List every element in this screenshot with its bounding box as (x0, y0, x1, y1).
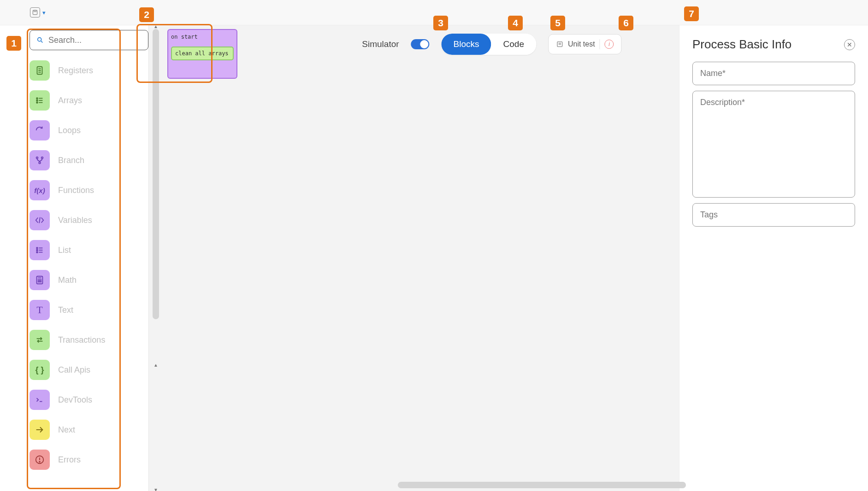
sidebar-item-transactions[interactable]: Transactions (30, 328, 148, 352)
svg-point-2 (38, 38, 41, 41)
callout-4: 4 (508, 16, 523, 30)
tab-blocks[interactable]: Blocks (442, 34, 491, 55)
tags-input[interactable] (700, 210, 847, 220)
simulator-label: Simulator (362, 39, 399, 49)
file-icon (30, 60, 50, 81)
view-mode-segmented: Blocks Code (442, 34, 536, 55)
divider (600, 39, 600, 49)
sidebar-item-label: Functions (58, 186, 94, 195)
sidebar-item-functions[interactable]: f(x) Functions (30, 178, 148, 202)
scroll-thumb[interactable] (398, 482, 686, 488)
save-icon[interactable] (30, 7, 40, 18)
tags-field-wrapper[interactable] (692, 203, 855, 227)
vertical-scrollbar[interactable]: ▲ ▲ ▼ (153, 25, 159, 491)
close-icon[interactable]: ✕ (844, 39, 855, 50)
unit-test-button[interactable]: Unit test i (548, 34, 622, 54)
sidebar-item-loops[interactable]: Loops (30, 118, 148, 142)
swap-icon (30, 330, 50, 350)
fx-icon: f(x) (30, 180, 50, 200)
sidebar-item-label: Transactions (58, 335, 105, 345)
callout-6: 6 (619, 16, 633, 30)
svg-point-18 (36, 247, 38, 249)
svg-line-17 (39, 217, 40, 223)
canvas[interactable]: ▲ ▲ ▼ on start clean all arrays Simulato… (148, 25, 679, 491)
sidebar-item-math[interactable]: Math (30, 268, 148, 292)
refresh-icon (30, 120, 50, 140)
sidebar-item-label: DevTools (58, 395, 92, 405)
code-icon (30, 210, 50, 230)
list-icon (30, 90, 50, 111)
sidebar-item-label: Errors (58, 455, 81, 465)
sidebar-item-label: Loops (58, 126, 81, 135)
sidebar-item-branch[interactable]: Branch (30, 148, 148, 172)
description-field-wrapper[interactable] (692, 91, 855, 198)
sidebar-item-label: Next (58, 425, 75, 435)
terminal-icon (30, 390, 50, 410)
branch-icon (30, 150, 50, 170)
svg-point-12 (36, 102, 38, 103)
info-icon[interactable]: i (605, 40, 614, 49)
svg-point-26 (38, 280, 39, 280)
block-outer-label: on start (171, 34, 234, 40)
text-icon: T (30, 300, 50, 320)
name-field-wrapper[interactable] (692, 62, 855, 85)
sidebar-item-registers[interactable]: Registers (30, 58, 148, 82)
callout-2: 2 (139, 7, 154, 22)
category-sidebar: Registers Arrays Loops Branch f(x) Funct… (28, 25, 148, 491)
name-input[interactable] (700, 69, 847, 78)
arrow-right-icon (30, 420, 50, 440)
horizontal-scrollbar[interactable] (149, 482, 679, 488)
sidebar-item-arrays[interactable]: Arrays (30, 88, 148, 112)
svg-point-20 (36, 250, 38, 251)
code-block-on-start[interactable]: on start clean all arrays (167, 29, 237, 79)
sidebar-item-call-apis[interactable]: { } Call Apis (30, 358, 148, 382)
search-input[interactable] (48, 35, 142, 45)
svg-point-10 (36, 100, 38, 101)
svg-point-30 (39, 281, 40, 282)
sidebar-item-label: Registers (58, 66, 93, 76)
svg-point-14 (36, 157, 38, 159)
process-info-panel: Process Basic Info ✕ (679, 25, 868, 491)
search-icon (36, 36, 44, 44)
sidebar-item-text[interactable]: T Text (30, 298, 148, 322)
sidebar-item-next[interactable]: Next (30, 418, 148, 442)
block-inner-label[interactable]: clean all arrays (171, 47, 234, 60)
checklist-icon (556, 41, 563, 48)
panel-title: Process Basic Info (692, 37, 791, 52)
svg-point-31 (41, 281, 41, 282)
search-input-wrapper[interactable] (30, 30, 148, 50)
callout-3: 3 (433, 16, 448, 30)
svg-point-22 (36, 251, 38, 253)
svg-point-28 (41, 280, 41, 280)
sidebar-item-variables[interactable]: Variables (30, 208, 148, 232)
description-input[interactable] (700, 98, 847, 117)
svg-point-38 (39, 462, 40, 462)
tab-code[interactable]: Code (491, 34, 536, 55)
sidebar-item-list[interactable]: List (30, 238, 148, 262)
simulator-toggle[interactable] (411, 39, 430, 49)
svg-line-3 (41, 41, 42, 42)
chevron-down-icon[interactable]: ▾ (42, 9, 46, 16)
sidebar-item-label: Branch (58, 156, 84, 165)
svg-point-16 (39, 162, 41, 164)
braces-icon: { } (30, 360, 50, 380)
unit-test-label: Unit test (568, 40, 595, 48)
callout-7: 7 (684, 6, 699, 21)
svg-point-29 (38, 281, 39, 282)
scroll-up-icon[interactable]: ▲ (154, 362, 158, 368)
sidebar-item-label: Arrays (58, 96, 82, 105)
svg-rect-1 (34, 10, 36, 12)
sidebar-item-errors[interactable]: Errors (30, 448, 148, 472)
callout-1: 1 (6, 36, 21, 51)
sidebar-item-label: Variables (58, 216, 92, 225)
calculator-icon (30, 270, 50, 290)
svg-point-15 (41, 157, 43, 159)
sidebar-item-label: Call Apis (58, 365, 90, 375)
scroll-thumb[interactable] (153, 29, 159, 319)
sidebar-item-label: Math (58, 275, 77, 285)
sidebar-item-label: Text (58, 305, 73, 315)
svg-point-27 (39, 280, 40, 280)
svg-rect-0 (33, 10, 37, 14)
sidebar-item-devtools[interactable]: DevTools (30, 388, 148, 412)
sidebar-item-label: List (58, 246, 71, 255)
